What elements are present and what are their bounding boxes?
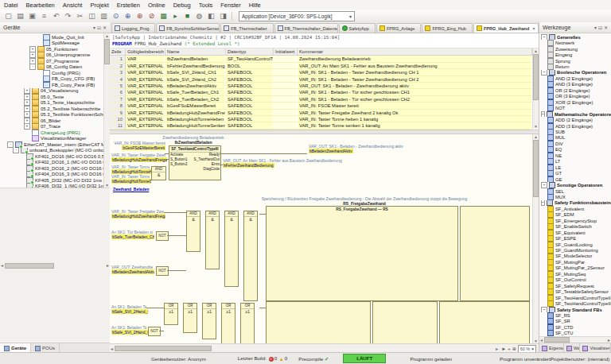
not-gate[interactable]: NOT (148, 327, 161, 336)
toolbox-item[interactable]: NE (539, 153, 611, 158)
input-operand[interactable]: VAR_IN: FSOE Master bereitbGesFSoEMaster… (111, 141, 165, 151)
or-gate[interactable]: OR≥1 (164, 303, 178, 325)
tree-item[interactable]: KF404_DO16_3 (MC-I/O DO16 0,5A [0-01... (0, 172, 103, 178)
tree-item[interactable]: + 05.0_Texte (0, 94, 103, 100)
toolbox-item[interactable]: Safety Funktionsbausteine (539, 200, 611, 206)
document-tab[interactable]: FB_SynchroSchlitterSensors (156, 23, 220, 33)
network3-block[interactable] (372, 301, 438, 343)
menu-item[interactable]: Erstellen (113, 2, 144, 9)
toolbox-item[interactable]: SF_Equivalent (539, 230, 611, 235)
devices-scrollbar-vertical[interactable]: ▲▼ (103, 33, 110, 188)
toolbox-item[interactable]: SF_CTD (539, 324, 611, 330)
tree-expander[interactable]: + (24, 124, 30, 130)
or-gate[interactable]: OR≥1 (240, 303, 255, 343)
tree-item[interactable]: KF403_DO16_2 (MC-I/O DO16 0,5A [0-01... (0, 165, 103, 172)
and-gate[interactable]: AND& (224, 211, 239, 287)
toolbox-item[interactable]: AND (3 Eingänge) (539, 82, 611, 87)
tree-item[interactable]: - EtherCAT_Master_intern (EtherCAT Maste… (0, 141, 103, 148)
variable-row[interactable]: 9 VAR_EXTERNAL bBeladungHubZweihandFreig… (110, 110, 532, 116)
toolbox-item[interactable]: SF_Antivalent (539, 206, 611, 211)
tree-item[interactable]: + 05.1_Texte_Hauptschritte (0, 100, 103, 106)
input-operand[interactable]: VAR_IN: Taster Freigabe Zweihand 2 kanal… (111, 209, 164, 219)
tree-item[interactable]: Mode_Quit_Init (0, 34, 103, 41)
tree-item[interactable]: VisualizationManager (0, 136, 103, 142)
toolbox-item[interactable]: SUB (539, 129, 611, 134)
variable-row[interactable]: 11 VAR_EXTERNAL bBeladungHubTonneSenken … (110, 122, 532, 129)
tree-item[interactable]: ChangeLog (PRG) (0, 130, 103, 136)
network3-block[interactable] (266, 301, 371, 343)
menu-item[interactable]: Online (144, 2, 169, 9)
toolbox-item[interactable]: SF_ModeSelector (539, 254, 611, 259)
toolbox-item[interactable]: GE (539, 176, 611, 182)
panel-menu-icon[interactable]: ▾ (93, 25, 95, 30)
pin-icon[interactable]: ⊡ (598, 25, 602, 30)
toolbox-item[interactable]: SF_SR (539, 319, 611, 324)
document-tab[interactable]: Logging_Prog (111, 23, 155, 33)
input-operand[interactable]: An SK1: Beladen Taster Zweihand CH 2bSaf… (111, 325, 146, 335)
toolbar-button[interactable]: ▢ (2, 10, 14, 22)
toolbox-item[interactable]: XOR (2 Eingänge) (539, 99, 611, 105)
canvas-scrollbar-vertical[interactable]: ▲▼ (532, 134, 539, 343)
tree-item[interactable]: + 07_Trace (0, 124, 103, 130)
toolbar-button[interactable]: ■ (181, 10, 193, 22)
input-operand[interactable]: VAR_OUT: Zweihandbedienung aktivbBeladen… (111, 265, 153, 275)
toolbox-item[interactable]: Sonstige Operatoren (539, 182, 611, 188)
variable-row[interactable]: 1 VAR fbZweihandBeladen SF_TwoHandContro… (110, 56, 532, 62)
tree-expander[interactable]: - (13, 148, 19, 154)
toolbar-button[interactable]: ▤ (14, 10, 26, 22)
select-cursor-icon[interactable]: ► (501, 347, 506, 351)
tree-expander[interactable]: + (24, 94, 30, 100)
tree-expander[interactable]: + (24, 106, 30, 112)
toolbox-item[interactable]: MUX (539, 194, 611, 199)
tree-item[interactable]: KF402_DO16_1 (MC-I/O DO16 0,5A [0-01... (0, 160, 103, 166)
menu-item[interactable]: Datei (0, 2, 22, 9)
tree-item[interactable]: KF401_DO16 (MC-I/O DO16 0,5A [0-0101... (0, 153, 103, 160)
variable-row[interactable]: 4 VAR_EXTERNAL bSafe_SVI_2Hand_Ch2 SAFEB… (110, 76, 532, 83)
menu-item[interactable]: Projekt (86, 2, 112, 9)
variable-row[interactable]: 5 VAR_EXTERNAL bBeladenZweihandAktiv SAF… (110, 83, 532, 89)
tree-item[interactable]: - onboard_Buskoppler (MC-I/O onboard Bus… (0, 148, 103, 154)
toolbox-item[interactable]: Netzwerk (539, 40, 611, 45)
variable-row[interactable]: 6 VAR_EXTERNAL bSafe_TuerBeladen_Ch1 SAF… (110, 89, 532, 95)
menu-item[interactable]: Ansicht (59, 2, 87, 9)
not-gate[interactable]: NOT (156, 231, 169, 241)
tree-item[interactable]: - 08_Config Daten (0, 64, 103, 71)
network2-extension-block[interactable] (460, 206, 530, 301)
devices-scrollbar-horizontal[interactable]: ◄► (0, 188, 110, 343)
tree-expander[interactable]: + (29, 52, 36, 59)
toolbox-item[interactable]: OR (2 Eingänge) (539, 87, 611, 93)
column-header[interactable]: Gültigkeitsbereich (126, 48, 165, 55)
document-tab[interactable]: FPRG_Anlage (376, 23, 421, 33)
tree-item[interactable]: + 06_Unterprogramme (0, 52, 103, 59)
menu-item[interactable]: Debug (169, 2, 195, 9)
toolbox-item[interactable]: SF_EDM (539, 212, 611, 218)
column-header[interactable]: Initialwert (274, 48, 298, 55)
toolbox-item[interactable]: SF_GuardMonitoring (539, 247, 611, 253)
column-header[interactable]: Datentyp (226, 48, 274, 55)
toolbar-button[interactable]: ◫ (86, 10, 98, 22)
toolbar-button[interactable]: ≡ (38, 10, 50, 22)
menu-item[interactable]: Fenster (216, 2, 244, 9)
toolbar-button[interactable]: ✂ (74, 10, 86, 22)
close-icon[interactable]: ✕ (604, 25, 608, 30)
tree-item[interactable]: + 05_Funktionen (0, 46, 103, 52)
toolbox-item[interactable]: SEL (539, 188, 611, 194)
toolbar-button[interactable]: ⊛ (134, 10, 146, 22)
block-input-pin[interactable]: S_Button2 (170, 162, 187, 167)
and-gate[interactable]: AND& (151, 166, 166, 180)
tree-item[interactable]: + 06_Bilder (0, 118, 103, 124)
not-gate[interactable]: NOT (156, 266, 169, 276)
toolbox-item[interactable]: Boolesche Operatoren (539, 70, 611, 76)
tree-expander[interactable]: + (24, 112, 30, 118)
panel-menu-icon[interactable]: ▾ (594, 25, 597, 30)
tree-item[interactable]: + 05.2_Textliste Nebenschritte (0, 106, 103, 112)
tree-expander[interactable]: + (24, 88, 30, 95)
toolbox-item[interactable]: SF_RS (539, 312, 611, 318)
toolbox-item[interactable]: ADD (2 Eingänge) (539, 117, 611, 122)
toolbox-item[interactable]: SF_EmergencyStop (539, 218, 611, 223)
toolbox-scrollbar-horizontal[interactable]: ◄► (539, 336, 611, 343)
toolbox-item[interactable]: MUL (539, 135, 611, 141)
or-gate[interactable]: OR≥1 (221, 303, 235, 343)
input-operand[interactable]: An SK1: Tür Beladen sicher geschlossenbS… (111, 230, 153, 240)
toolbar-button[interactable]: ↶ (50, 10, 62, 22)
